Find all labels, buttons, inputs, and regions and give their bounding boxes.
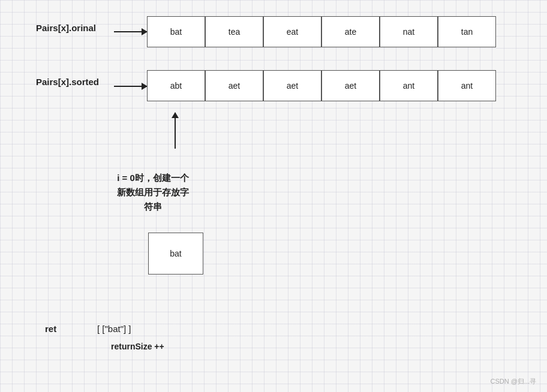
sorted-cell-1: aet (205, 70, 263, 101)
arrow-up-icon (175, 113, 176, 149)
orinal-cell-2: eat (263, 16, 321, 47)
sorted-label: Pairs[x].sorted (36, 77, 99, 87)
sorted-cell-4: ant (380, 70, 438, 101)
sorted-cell-2: aet (263, 70, 321, 101)
description-block: i = 0时，创建一个 新数组用于存放字 符串 (117, 171, 189, 214)
description-line2: 新数组用于存放字 (117, 185, 189, 200)
orinal-cell-3: ate (321, 16, 380, 47)
orinal-row: bat tea eat ate nat tan (147, 16, 496, 47)
orinal-cell-5: tan (438, 16, 496, 47)
orinal-cell-0: bat (147, 16, 205, 47)
orinal-cell-1: tea (205, 16, 263, 47)
ret-label: ret (45, 324, 56, 334)
arrow-to-sorted (114, 86, 147, 87)
sorted-cell-3: aet (321, 70, 380, 101)
main-container: Pairs[x].orinal bat tea eat ate nat tan … (0, 0, 547, 392)
ret-value: [ ["bat"] ] (97, 324, 131, 334)
sorted-cell-0: abt (147, 70, 205, 101)
arrow-to-orinal (114, 31, 147, 32)
sorted-row: abt aet aet aet ant ant (147, 70, 496, 101)
sorted-cell-5: ant (438, 70, 496, 101)
orinal-label: Pairs[x].orinal (36, 23, 96, 33)
small-box: bat (148, 233, 203, 275)
return-size-label: returnSize ++ (111, 342, 164, 351)
watermark: CSDN @归...寻 (490, 377, 536, 386)
description-line1: i = 0时，创建一个 (117, 171, 189, 185)
orinal-cell-4: nat (380, 16, 438, 47)
description-line3: 符串 (117, 200, 189, 214)
